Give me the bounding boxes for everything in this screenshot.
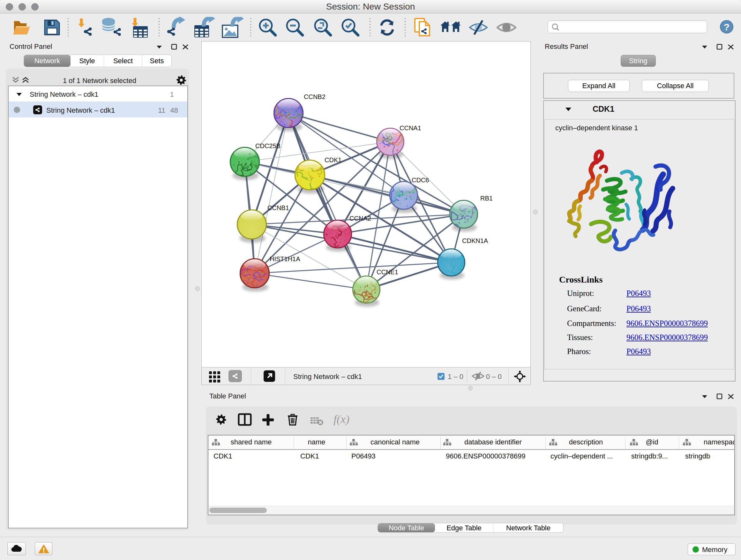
svg-text:CCNE1: CCNE1 — [377, 268, 398, 275]
svg-text:CDC25B: CDC25B — [255, 142, 280, 149]
svg-text:CCNB2: CCNB2 — [304, 93, 326, 100]
svg-text:CDC6: CDC6 — [412, 177, 429, 184]
svg-text:CCNA2: CCNA2 — [349, 215, 371, 222]
svg-text:CCNA1: CCNA1 — [400, 125, 421, 132]
svg-text:RB1: RB1 — [480, 195, 493, 202]
svg-text:HIST1H1A: HIST1H1A — [270, 255, 300, 262]
svg-text:CDK1: CDK1 — [325, 157, 341, 164]
svg-text:CDKN1A: CDKN1A — [462, 237, 488, 244]
svg-text:CCNB1: CCNB1 — [267, 204, 289, 211]
